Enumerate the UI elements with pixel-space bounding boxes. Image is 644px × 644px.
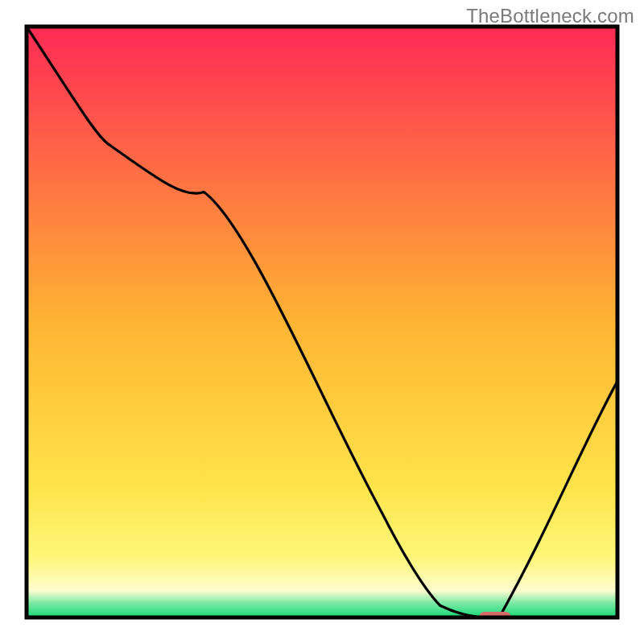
bottleneck-chart <box>0 0 644 644</box>
watermark-text: TheBottleneck.com <box>466 5 634 27</box>
chart-container: TheBottleneck.com <box>0 0 644 644</box>
chart-background <box>27 27 617 617</box>
